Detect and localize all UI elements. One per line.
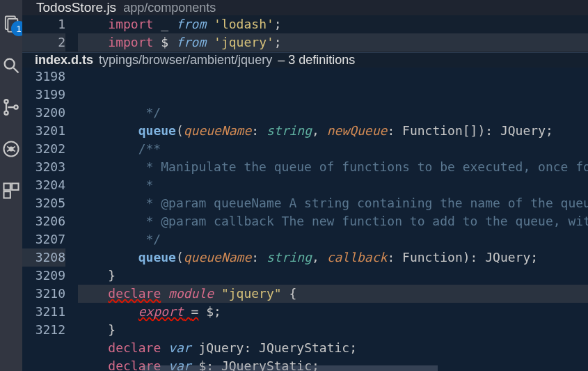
line-number: 3211 [22,303,65,321]
svg-rect-11 [4,191,10,198]
peek-header[interactable]: index.d.ts typings/browser/ambient/jquer… [22,52,588,68]
code-line[interactable]: import _ from 'lodash'; [78,15,588,33]
line-number: 3199 [22,86,65,104]
code-line[interactable]: declare var jQuery: JQueryStatic; [78,339,588,357]
line-number: 3207 [22,230,65,248]
search-icon[interactable] [0,54,22,77]
peek-code[interactable]: */ queue(queueName: string, newQueue: Fu… [78,68,588,371]
svg-line-3 [14,68,19,73]
code-line[interactable]: * @param callback The new function to ad… [78,212,588,230]
top-gutter: 12 [22,15,78,52]
peek-count: – 3 definitions [278,53,355,68]
line-number: 3202 [22,140,65,158]
code-line[interactable]: declare module "jquery" { [78,285,588,303]
horizontal-scrollbar[interactable] [142,365,438,371]
editor-area: TodosStore.js app/components 12 import _… [22,0,588,371]
line-number: 2 [22,33,65,52]
code-line[interactable]: queue(queueName: string, newQueue: Funct… [78,122,588,140]
source-control-icon[interactable] [0,96,22,118]
line-number: 3209 [22,267,65,285]
peek-path: typings/browser/ambient/jquery [99,53,272,68]
code-line[interactable]: } [78,321,588,339]
line-number: 3200 [22,104,65,122]
explorer-icon[interactable]: 1 [0,13,22,35]
code-line[interactable]: import $ from 'jquery'; [78,33,588,52]
code-line[interactable]: * @param queueName A string containing t… [78,194,588,212]
peek-filename: index.d.ts [35,53,93,68]
code-line[interactable]: queue(queueName: string, callback: Funct… [78,248,588,267]
editor-tab-header[interactable]: TodosStore.js app/components [22,0,588,15]
code-line[interactable]: } [78,267,588,285]
top-code[interactable]: import _ from 'lodash'; import $ from 'j… [78,15,588,52]
code-line[interactable]: /** [78,140,588,158]
line-number: 1 [22,15,65,33]
code-line[interactable]: * [78,176,588,194]
line-number: 3204 [22,176,65,194]
line-number: 3203 [22,158,65,176]
code-line[interactable]: */ [78,230,588,248]
svg-rect-10 [12,184,18,190]
line-number: 3198 [22,68,65,86]
line-number: 3205 [22,194,65,212]
svg-rect-9 [4,184,10,190]
line-number: 3201 [22,122,65,140]
svg-point-4 [4,100,8,103]
svg-point-6 [14,105,17,109]
top-editor[interactable]: 12 import _ from 'lodash'; import $ from… [22,15,588,52]
tab-filename: TodosStore.js [36,0,116,15]
debug-icon[interactable] [0,138,22,160]
peek-editor[interactable]: 3198319932003201320232033204320532063207… [22,68,588,371]
line-number: 3206 [22,212,65,230]
svg-point-8 [9,147,14,152]
svg-point-2 [5,59,15,69]
code-line[interactable]: */ [78,104,588,122]
line-number: 3212 [22,321,65,339]
code-line[interactable]: export = $; [78,303,588,321]
line-number: 3210 [22,285,65,303]
tab-path: app/components [123,1,216,15]
svg-point-5 [4,111,8,115]
peek-gutter: 3198319932003201320232033204320532063207… [22,68,78,371]
extensions-icon[interactable] [0,180,22,202]
line-number: 3208 [22,248,65,267]
activity-bar: 1 [0,0,22,371]
code-line[interactable]: * Manipulate the queue of functions to b… [78,158,588,176]
